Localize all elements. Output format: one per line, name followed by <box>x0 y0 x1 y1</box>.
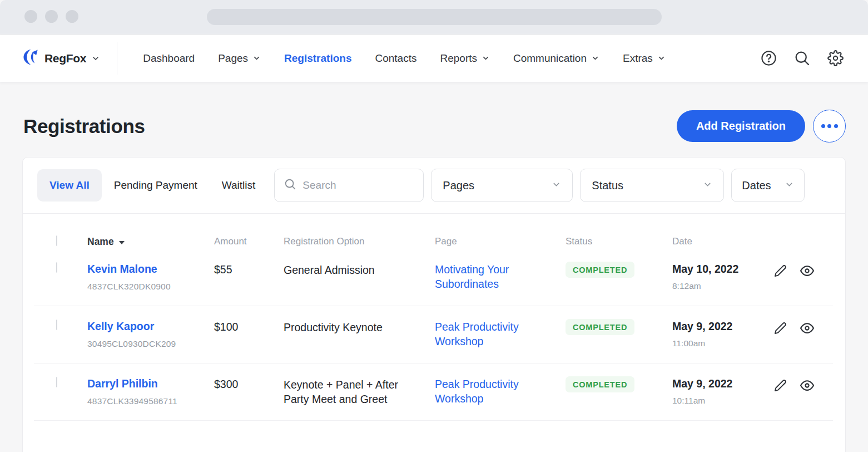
chevron-down-icon <box>703 179 712 192</box>
amount-value: $100 <box>214 320 284 333</box>
date-value: May 9, 2022 <box>672 377 774 390</box>
dates-filter-dropdown[interactable]: Dates <box>731 169 805 202</box>
nav-item-extras[interactable]: Extras <box>623 52 666 65</box>
nav-item-reports[interactable]: Reports <box>440 52 490 65</box>
search-icon[interactable] <box>794 50 810 66</box>
column-header-page: Page <box>435 236 566 247</box>
column-header-option: Registration Option <box>284 236 435 247</box>
status-badge: COMPLETED <box>566 376 634 392</box>
ellipsis-icon <box>834 124 838 128</box>
select-all-checkbox[interactable] <box>56 235 57 246</box>
registration-id: 4837CLK33949586711 <box>87 396 214 406</box>
date-value: May 9, 2022 <box>672 320 774 333</box>
column-header-status: Status <box>566 236 672 247</box>
regfox-logo-icon <box>22 48 39 68</box>
row-checkbox[interactable] <box>56 262 57 273</box>
tab-waitlist[interactable]: Waitlist <box>210 169 268 202</box>
date-value: May 10, 2022 <box>672 263 774 276</box>
table-row: Darryl Philbin 4837CLK33949586711 $300 K… <box>23 363 845 421</box>
edit-icon[interactable] <box>774 264 787 277</box>
chevron-down-icon <box>552 179 561 192</box>
status-filter-dropdown[interactable]: Status <box>580 169 724 202</box>
brand-menu[interactable]: RegFox <box>22 48 100 68</box>
view-icon[interactable] <box>800 379 814 392</box>
registration-option-value: General Admission <box>284 263 435 278</box>
window-control-dot[interactable] <box>45 10 58 23</box>
chevron-down-icon <box>657 54 666 62</box>
amount-value: $55 <box>214 263 284 276</box>
chevron-down-icon <box>482 54 490 62</box>
filter-bar: View All Pending Payment Waitlist Pages … <box>23 158 845 214</box>
time-value: 10:11am <box>672 396 774 406</box>
edit-icon[interactable] <box>774 379 787 392</box>
table-row: Kelly Kapoor 30495CL0930DCK209 $100 Prod… <box>23 306 845 363</box>
ellipsis-icon <box>821 124 825 128</box>
nav-item-communication[interactable]: Communication <box>513 52 599 65</box>
page-header: Registrations Add Registration <box>0 82 868 157</box>
nav-icons <box>761 50 844 66</box>
header-actions: Add Registration <box>677 110 846 143</box>
page-link[interactable]: Peak Productivity Workshop <box>435 377 534 406</box>
registrations-card: View All Pending Payment Waitlist Pages … <box>22 157 846 452</box>
registrant-name-link[interactable]: Darryl Philbin <box>87 377 158 390</box>
chevron-down-icon <box>591 54 599 62</box>
nav-item-pages[interactable]: Pages <box>218 52 261 65</box>
page-link[interactable]: Motivating Your Subordinates <box>435 263 534 291</box>
registrant-name-link[interactable]: Kelly Kapoor <box>87 320 154 332</box>
more-options-button[interactable] <box>813 110 846 143</box>
nav-item-contacts[interactable]: Contacts <box>375 52 416 65</box>
amount-value: $300 <box>214 377 284 391</box>
top-nav: RegFox Dashboard Pages Registrations Con… <box>0 35 868 82</box>
window-control-dot[interactable] <box>66 10 78 23</box>
nav-items: Dashboard Pages Registrations Contacts R… <box>143 52 666 65</box>
view-icon[interactable] <box>800 321 814 335</box>
chevron-down-icon <box>91 54 100 63</box>
search-box[interactable] <box>274 169 424 202</box>
search-icon <box>284 178 296 193</box>
tab-view-all[interactable]: View All <box>37 169 102 202</box>
sort-caret-icon <box>119 241 125 244</box>
time-value: 8:12am <box>672 281 774 291</box>
registration-option-value: Keynote + Panel + After Party Meet and G… <box>284 377 435 406</box>
nav-item-registrations[interactable]: Registrations <box>284 52 351 65</box>
help-icon[interactable] <box>761 50 777 66</box>
registrant-name-link[interactable]: Kevin Malone <box>87 263 157 275</box>
registration-option-value: Productivity Keynote <box>284 320 435 335</box>
row-checkbox[interactable] <box>56 320 57 330</box>
edit-icon[interactable] <box>774 322 787 335</box>
time-value: 11:00am <box>672 338 774 348</box>
pages-filter-dropdown[interactable]: Pages <box>431 169 573 202</box>
view-icon[interactable] <box>800 264 814 278</box>
registration-id: 30495CL0930DCK209 <box>87 339 214 349</box>
column-header-name[interactable]: Name <box>87 236 214 248</box>
gear-icon[interactable] <box>827 50 844 66</box>
row-checkbox[interactable] <box>56 377 57 387</box>
window-control-dot[interactable] <box>24 10 37 23</box>
chevron-down-icon <box>785 179 794 192</box>
window-controls <box>24 10 78 23</box>
table-row: Kevin Malone 4837CLK320DK0900 $55 Genera… <box>23 249 845 306</box>
brand-name: RegFox <box>44 52 86 65</box>
chevron-down-icon <box>252 54 261 62</box>
registration-id: 4837CLK320DK0900 <box>87 282 214 292</box>
ellipsis-icon <box>827 124 831 128</box>
browser-chrome <box>0 0 868 35</box>
tab-pending-payment[interactable]: Pending Payment <box>102 169 210 202</box>
page-link[interactable]: Peak Productivity Workshop <box>435 320 534 348</box>
search-input[interactable] <box>302 179 414 191</box>
column-header-amount: Amount <box>214 236 284 247</box>
filter-tabs: View All Pending Payment Waitlist <box>37 169 267 202</box>
address-bar[interactable] <box>207 9 662 25</box>
nav-item-dashboard[interactable]: Dashboard <box>143 52 195 65</box>
nav-divider <box>117 42 117 75</box>
add-registration-button[interactable]: Add Registration <box>677 110 805 142</box>
status-badge: COMPLETED <box>566 262 634 278</box>
page-title: Registrations <box>23 115 145 137</box>
table-header: Name Amount Registration Option Page Sta… <box>23 214 845 249</box>
status-badge: COMPLETED <box>566 319 634 335</box>
column-header-date: Date <box>672 236 774 247</box>
